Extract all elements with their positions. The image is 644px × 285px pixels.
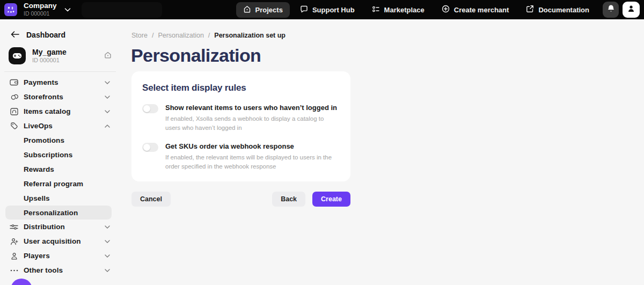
ellipsis-icon	[9, 269, 19, 272]
sidebar-item-referral-program[interactable]: Referral program	[0, 177, 120, 191]
toggle-label: Get SKUs order via webhook response	[165, 142, 340, 150]
list-icon	[372, 5, 380, 14]
account-button[interactable]	[623, 2, 640, 18]
sidebar: Dashboard My_game ID 000001 Payments	[0, 19, 120, 285]
company-chevron-down-icon[interactable]	[64, 8, 71, 12]
user-icon	[627, 5, 635, 15]
toggle-label: Show relevant items to users who haven’t…	[165, 104, 340, 112]
toggle-texts: Get SKUs order via webhook response If e…	[165, 142, 340, 171]
gamepad-icon	[9, 47, 26, 64]
sidebar-item-label: Distribution	[24, 223, 65, 231]
breadcrumb-personalization[interactable]: Personalization	[158, 32, 203, 39]
chevron-down-icon	[105, 269, 110, 272]
back-to-dashboard[interactable]: Dashboard	[11, 27, 120, 43]
sidebar-item-upsells[interactable]: Upsells	[0, 191, 120, 206]
chat-bubble-icon	[300, 5, 308, 14]
chevron-down-icon	[105, 96, 110, 99]
sidebar-item-players[interactable]: Players	[0, 249, 120, 263]
toggle-row-show-relevant-items: Show relevant items to users who haven’t…	[142, 104, 340, 132]
company-logo-icon[interactable]	[4, 3, 17, 16]
sidebar-item-user-acquisition[interactable]: User acquisition	[0, 234, 120, 249]
tag-icon	[9, 122, 19, 130]
help-fab-button[interactable]	[11, 279, 32, 285]
company-id: ID 000001	[24, 11, 57, 17]
toggle-texts: Show relevant items to users who haven’t…	[165, 104, 340, 132]
create-button[interactable]: Create	[312, 192, 350, 207]
sidebar-item-storefronts[interactable]: Storefronts	[0, 90, 120, 104]
nav-support-hub[interactable]: Support Hub	[293, 2, 362, 18]
skus-order-toggle[interactable]	[142, 143, 158, 152]
topbar-nav: Projects Support Hub Marketplace Create …	[236, 2, 596, 18]
company-name: Company	[24, 2, 57, 10]
topbar-panel	[82, 2, 162, 18]
main-content: Store / Personalization / Personalizatio…	[120, 19, 644, 285]
sidebar-item-label: Other tools	[24, 266, 63, 274]
projects-icon	[243, 5, 251, 14]
wallet-icon	[9, 79, 19, 86]
nav-create-merchant-label: Create merchant	[454, 6, 509, 14]
breadcrumb-separator: /	[208, 32, 210, 39]
back-arrow-icon	[11, 30, 19, 40]
action-bar: Cancel Back Create	[131, 192, 350, 207]
nav-projects-label: Projects	[255, 6, 283, 14]
breadcrumb-store[interactable]: Store	[131, 32, 148, 39]
nav-marketplace-label: Marketplace	[384, 6, 425, 14]
chevron-down-icon	[105, 81, 110, 84]
breadcrumb: Store / Personalization / Personalizatio…	[131, 32, 644, 39]
sidebar-item-label: Payments	[24, 78, 58, 86]
chevron-down-icon	[105, 110, 110, 113]
project-switcher[interactable]: My_game ID 000001	[9, 45, 113, 67]
topbar-right	[603, 2, 640, 18]
external-link-icon	[526, 5, 534, 14]
nav-documentation-label: Documentation	[538, 6, 589, 14]
sidebar-item-other-tools[interactable]: Other tools	[0, 263, 120, 277]
notifications-button[interactable]	[603, 2, 619, 18]
nav-documentation[interactable]: Documentation	[519, 2, 596, 18]
toggle-description: If enabled, the relevant items will be d…	[165, 153, 340, 171]
person-icon	[9, 252, 19, 260]
plus-circle-icon	[442, 5, 450, 14]
project-id: ID 000001	[32, 57, 104, 64]
sliders-icon	[9, 224, 19, 230]
sidebar-item-items-catalog[interactable]: Items catalog	[0, 104, 120, 119]
nav-create-merchant[interactable]: Create merchant	[435, 2, 516, 18]
project-name: My_game	[32, 48, 104, 56]
archive-box-icon	[9, 108, 19, 115]
cancel-button[interactable]: Cancel	[131, 192, 171, 207]
sidebar-item-subscriptions[interactable]: Subscriptions	[0, 148, 120, 162]
project-info: My_game ID 000001	[32, 48, 104, 64]
sidebar-item-payments[interactable]: Payments	[0, 75, 120, 90]
sidebar-item-label: Storefronts	[24, 93, 63, 101]
breadcrumb-current: Personalization set up	[214, 32, 286, 39]
user-plus-icon	[9, 238, 19, 245]
nav-projects[interactable]: Projects	[236, 2, 290, 18]
nav-marketplace[interactable]: Marketplace	[365, 2, 431, 18]
sidebar-item-personalization[interactable]: Personalization	[5, 206, 112, 220]
sidebar-item-rewards[interactable]: Rewards	[0, 162, 120, 177]
sidebar-divider	[4, 71, 116, 72]
topbar: Company ID 000001 Projects Support Hub M…	[0, 0, 644, 19]
sidebar-item-label: LiveOps	[24, 122, 53, 130]
sidebar-item-liveops[interactable]: LiveOps	[0, 119, 120, 133]
nav-support-hub-label: Support Hub	[312, 6, 355, 14]
bell-icon	[607, 4, 615, 15]
toggle-row-skus-order: Get SKUs order via webhook response If e…	[142, 142, 340, 171]
sidebar-item-promotions[interactable]: Promotions	[0, 133, 120, 148]
chevron-down-icon	[105, 225, 110, 229]
sidebar-item-label: Items catalog	[24, 107, 71, 115]
page-title: Personalization	[131, 46, 644, 64]
home-icon[interactable]	[104, 51, 112, 61]
toggle-knob	[143, 105, 150, 112]
toggle-description: If enabled, Xsolla sends a webhook to di…	[165, 114, 340, 132]
tags-icon	[9, 93, 19, 101]
chevron-down-icon	[105, 254, 110, 258]
toggle-knob	[143, 144, 150, 151]
card-heading: Select item display rules	[142, 83, 340, 93]
back-button[interactable]: Back	[272, 192, 305, 207]
sidebar-item-distribution[interactable]: Distribution	[0, 220, 120, 234]
company-block[interactable]: Company ID 000001	[24, 2, 57, 17]
chevron-down-icon	[105, 240, 110, 243]
show-relevant-items-toggle[interactable]	[142, 104, 158, 113]
sidebar-item-label: Players	[24, 252, 50, 260]
sidebar-item-label: User acquisition	[24, 237, 81, 245]
